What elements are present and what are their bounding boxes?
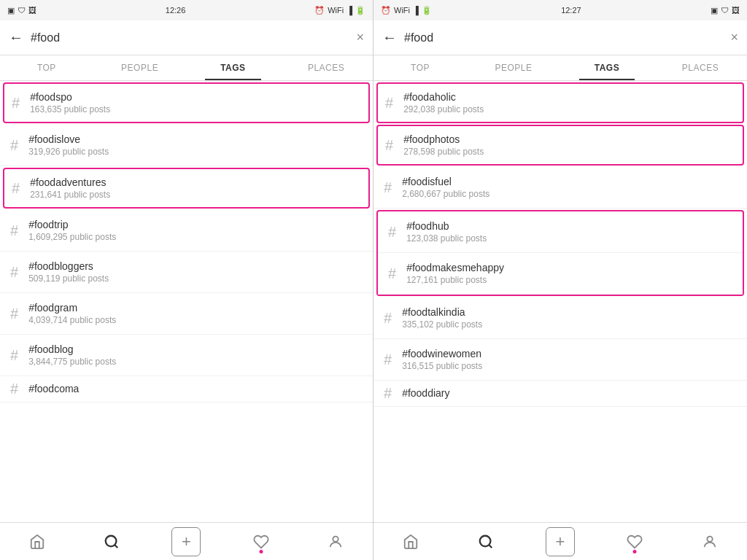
status-bar-right: ⏰ WiFi ▐ 🔋 12:27 ▣ 🛡 🖼: [374, 0, 747, 20]
shield-icon-right: 🛡: [721, 6, 729, 15]
tag-name-foodbloggers: #foodbloggers: [28, 260, 363, 272]
back-button-left[interactable]: ←: [9, 29, 23, 46]
tag-item-foodbloggers[interactable]: # #foodbloggers 509,119 public posts: [0, 252, 373, 293]
signal-icon: ▐: [347, 6, 352, 15]
home-nav-left[interactable]: [23, 527, 52, 556]
tag-info-foodtalkindia: #foodtalkindia 335,102 public posts: [402, 306, 737, 330]
tabs-left: TOP PEOPLE TAGS PLACES: [0, 55, 373, 81]
tag-name-foodtrip: #foodtrip: [28, 219, 363, 230]
hash-icon: #: [384, 385, 392, 402]
tag-info-foodcoma: #foodcoma: [28, 383, 363, 396]
home-nav-right[interactable]: [396, 527, 425, 556]
svg-line-4: [489, 545, 492, 548]
tag-info-foodgram: #foodgram 4,039,714 public posts: [28, 302, 363, 325]
tag-name-foodislove: #foodislove: [28, 133, 363, 145]
tab-places-right[interactable]: PLACES: [654, 55, 747, 80]
tag-item-foodblog[interactable]: # #foodblog 3,844,775 public posts: [0, 335, 373, 376]
search-query-left[interactable]: #food: [31, 31, 349, 44]
tab-top-right[interactable]: TOP: [374, 55, 467, 80]
hash-icon: #: [385, 95, 393, 112]
hash-icon: #: [384, 179, 392, 196]
add-nav-left[interactable]: +: [171, 527, 201, 556]
shield-icon: 🛡: [18, 6, 26, 15]
tab-top-left[interactable]: TOP: [0, 55, 93, 80]
back-button-right[interactable]: ←: [382, 29, 397, 46]
tag-item-foodphotos[interactable]: # #foodphotos 278,598 public posts: [376, 125, 744, 166]
tag-count-foodadventures: 231,641 public posts: [30, 190, 361, 200]
svg-point-3: [479, 535, 490, 546]
hash-icon: #: [10, 137, 18, 154]
svg-point-2: [333, 536, 338, 541]
tag-count-foodisfuel: 2,680,667 public posts: [402, 189, 737, 199]
tag-info-foodtrip: #foodtrip 1,609,295 public posts: [28, 219, 363, 242]
tag-count-foodtrip: 1,609,295 public posts: [28, 232, 363, 242]
status-right-icons: ⏰ WiFi ▐ 🔋: [314, 6, 365, 15]
add-nav-right[interactable]: +: [546, 527, 575, 556]
tag-name-foodblog: #foodblog: [28, 343, 363, 355]
status-time-left: 12:26: [166, 6, 186, 15]
tag-item-foodhub[interactable]: # #foodhub 123,038 public posts: [378, 211, 743, 253]
tab-places-left[interactable]: PLACES: [279, 55, 373, 80]
profile-nav-right[interactable]: [695, 527, 724, 556]
tag-item-foodisfuel[interactable]: # #foodisfuel 2,680,667 public posts: [374, 167, 747, 209]
status-right-icons-right: ▣ 🛡 🖼: [711, 6, 740, 15]
tag-item-foodwinewomen[interactable]: # #foodwinewomen 316,515 public posts: [374, 339, 747, 381]
image-icon: 🖼: [28, 6, 36, 15]
tag-count-foodbloggers: 509,119 public posts: [28, 273, 363, 284]
alarm-icon-right: ⏰: [381, 6, 391, 15]
heart-nav-left[interactable]: [247, 527, 276, 556]
tag-name-fooddiary: #fooddiary: [402, 387, 737, 399]
close-button-right[interactable]: ×: [730, 30, 738, 45]
tag-name-foodhub: #foodhub: [406, 220, 732, 232]
search-nav-right[interactable]: [471, 527, 500, 556]
tag-name-foodadventures: #foodadventures: [30, 176, 361, 188]
hash-icon: #: [12, 180, 20, 197]
svg-point-5: [707, 536, 712, 541]
tab-people-right[interactable]: PEOPLE: [467, 55, 560, 80]
battery-icon-right: 🔋: [422, 6, 432, 15]
tab-people-left[interactable]: PEOPLE: [93, 55, 187, 80]
tag-item-foodtrip[interactable]: # #foodtrip 1,609,295 public posts: [0, 210, 373, 252]
hash-icon: #: [10, 222, 18, 239]
hash-icon: #: [384, 310, 392, 327]
tag-name-foodtalkindia: #foodtalkindia: [402, 306, 737, 318]
tag-item-foodtalkindia[interactable]: # #foodtalkindia 335,102 public posts: [374, 298, 747, 339]
tab-tags-right[interactable]: TAGS: [560, 55, 654, 80]
tag-name-foodisfuel: #foodisfuel: [402, 176, 737, 187]
profile-nav-left[interactable]: [321, 527, 350, 556]
tag-count-foodmakesmehappy: 127,161 public posts: [406, 275, 732, 285]
search-query-right[interactable]: #food: [404, 31, 723, 44]
tag-item-fooddiary[interactable]: # #fooddiary: [374, 381, 747, 407]
search-nav-left[interactable]: [97, 527, 126, 556]
tag-info-foodblog: #foodblog 3,844,775 public posts: [28, 343, 363, 367]
tag-info-foodislove: #foodislove 319,926 public posts: [28, 133, 363, 157]
battery-icon: 🔋: [355, 6, 365, 15]
tag-item-foodislove[interactable]: # #foodislove 319,926 public posts: [0, 125, 373, 166]
tag-name-foodwinewomen: #foodwinewomen: [402, 348, 737, 359]
wifi-icon: WiFi: [328, 6, 344, 15]
tag-item-foodaholic[interactable]: # #foodaholic 292,038 public posts: [376, 82, 744, 123]
close-button-left[interactable]: ×: [356, 30, 364, 45]
image-icon-right: 🖼: [732, 6, 740, 15]
tag-item-foodgram[interactable]: # #foodgram 4,039,714 public posts: [0, 293, 373, 335]
tag-name-foodspo: #foodspo: [30, 91, 361, 103]
hash-icon: #: [388, 265, 396, 282]
status-right-left-icons: ⏰ WiFi ▐ 🔋: [381, 6, 432, 15]
panel-left: ▣ 🛡 🖼 12:26 ⏰ WiFi ▐ 🔋 ← #food × TOP PEO…: [0, 0, 374, 560]
tag-item-foodspo[interactable]: # #foodspo 163,635 public posts: [3, 82, 370, 123]
tag-name-foodaholic: #foodaholic: [403, 91, 735, 103]
tag-name-foodphotos: #foodphotos: [403, 133, 735, 145]
hash-icon: #: [10, 264, 18, 281]
tag-item-foodcoma[interactable]: # #foodcoma: [0, 376, 373, 402]
heart-dot: [259, 550, 263, 553]
tag-item-foodmakesmehappy[interactable]: # #foodmakesmehappy 127,161 public posts: [378, 253, 743, 295]
hash-icon: #: [10, 347, 18, 364]
tag-info-foodadventures: #foodadventures 231,641 public posts: [30, 176, 361, 200]
heart-nav-right[interactable]: [620, 527, 649, 556]
tag-info-foodaholic: #foodaholic 292,038 public posts: [403, 91, 735, 114]
bottom-nav-right: +: [374, 522, 747, 560]
tab-tags-left[interactable]: TAGS: [187, 55, 280, 80]
tag-item-foodadventures[interactable]: # #foodadventures 231,641 public posts: [3, 168, 370, 209]
hash-icon: #: [12, 95, 20, 112]
alarm-icon: ⏰: [314, 6, 325, 15]
